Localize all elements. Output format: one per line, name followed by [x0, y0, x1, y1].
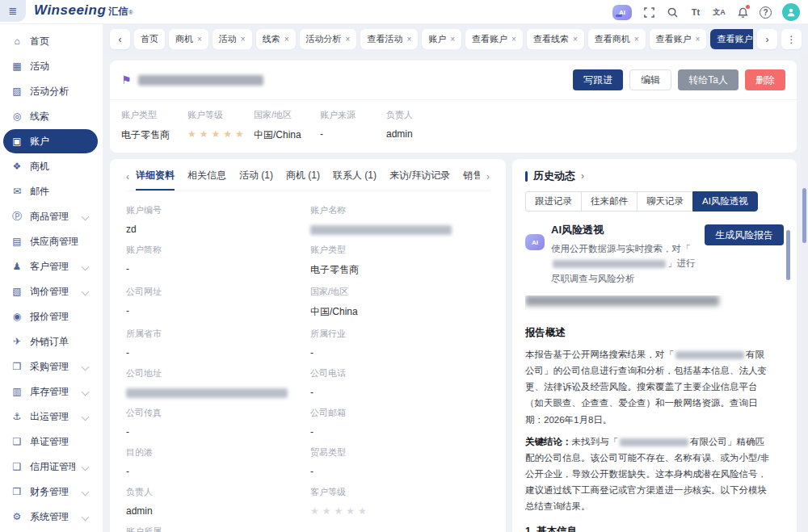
tab-close-icon[interactable]: ×	[634, 35, 639, 44]
tab-close-icon[interactable]: ×	[573, 35, 578, 44]
sidebar-item-opportunities[interactable]: ❖商机	[0, 154, 98, 178]
opportunity-icon: ❖	[11, 161, 23, 172]
user-avatar[interactable]	[782, 3, 800, 21]
tab-item[interactable]: 活动×	[213, 29, 252, 49]
history-tab[interactable]: 往来邮件	[581, 191, 637, 212]
tab-close-icon[interactable]: ×	[346, 35, 351, 44]
tab-item[interactable]: 查看账户×	[650, 29, 707, 49]
sidebar-collapse-button[interactable]: ≣	[0, 0, 26, 22]
sidebar-item-inquiry-mgmt[interactable]: ▧询价管理	[0, 279, 98, 304]
tab-close-icon[interactable]: ×	[406, 35, 411, 44]
detail-field-value	[126, 387, 310, 398]
page-scrollbar[interactable]	[801, 54, 808, 532]
generate-risk-report-button[interactable]: 生成风险报告	[705, 224, 784, 245]
detail-tab[interactable]: 来访/拜访记录	[389, 169, 450, 191]
account-name-redacted	[138, 75, 263, 86]
sidebar-item-leads[interactable]: ◎线索	[0, 104, 98, 128]
history-expand-arrow[interactable]: ›	[581, 170, 584, 182]
sidebar-item-mail[interactable]: ✉邮件	[0, 179, 98, 203]
page-scrollbar-thumb[interactable]	[802, 188, 806, 243]
tab-list: 首页商机×活动×线索×活动分析×查看活动×账户×查看账户×查看线索×查看商机×查…	[134, 29, 753, 49]
tab-item[interactable]: 查看线索×	[527, 29, 584, 49]
tab-close-icon[interactable]: ×	[241, 35, 246, 44]
detail-field-label: 账户名称	[310, 204, 490, 216]
detail-field-label: 贸易类型	[310, 446, 490, 459]
tab-item[interactable]: 查看活动×	[360, 29, 418, 49]
tab-item[interactable]: 查看账户×	[465, 29, 523, 49]
transfer-button[interactable]: 转给Ta人	[678, 69, 739, 90]
tab-item[interactable]: 查看商机×	[588, 29, 646, 49]
search-icon[interactable]	[666, 6, 679, 19]
detail-field	[310, 526, 490, 532]
sidebar-item-label: 单证管理	[30, 435, 98, 449]
sidebar-item-inventory-mgmt[interactable]: ▥库存管理	[0, 379, 98, 404]
history-tab[interactable]: 跟进记录	[525, 191, 581, 212]
ai-section-title: AI风险透视	[551, 223, 698, 237]
tab-item[interactable]: 首页	[134, 29, 165, 49]
ai-assistant-icon[interactable]: AI	[612, 5, 632, 20]
detail-tab[interactable]: 销售订单	[463, 169, 480, 191]
detail-field-label: 负责人	[126, 486, 310, 498]
tabs-scroll-right-button[interactable]: ›	[757, 29, 777, 49]
tab-close-icon[interactable]: ×	[284, 35, 289, 44]
notification-bell-icon[interactable]	[736, 6, 749, 19]
sidebar-item-customer-mgmt[interactable]: ♟客户管理	[0, 254, 98, 279]
info-field-value: admin	[386, 128, 452, 140]
sidebar-item-purchase-mgmt[interactable]: ❐采购管理	[0, 354, 98, 379]
detail-tab[interactable]: 活动 (1)	[239, 169, 273, 191]
tab-close-icon[interactable]: ×	[511, 35, 516, 44]
tab-label: 查看账户	[472, 33, 507, 45]
tab-item[interactable]: 查看账户×	[710, 29, 753, 49]
tab-label: 查看线索	[533, 33, 569, 45]
sidebar-item-accounts[interactable]: ▣账户	[3, 129, 98, 153]
sidebar-item-activity[interactable]: ▦活动	[0, 54, 98, 78]
detail-tab[interactable]: 详细资料	[136, 169, 175, 191]
text-segment: 关键结论：	[525, 437, 572, 446]
tab-label: 查看商机	[595, 33, 630, 45]
detail-field: 公司电话-	[310, 367, 490, 398]
detail-tab[interactable]: 联系人 (1)	[333, 169, 377, 191]
history-tab[interactable]: 聊天记录	[637, 191, 692, 212]
help-icon[interactable]: ?	[760, 6, 772, 19]
tab-close-icon[interactable]: ×	[197, 35, 202, 44]
detail-tab[interactable]: 商机 (1)	[286, 169, 320, 191]
translate-icon[interactable]: 文A	[713, 6, 726, 19]
sidebar-item-home[interactable]: ⌂首页	[0, 29, 98, 53]
sidebar-item-lc-mgmt[interactable]: ❑信用证管理	[0, 455, 98, 479]
history-tab[interactable]: AI风险透视	[692, 191, 758, 212]
sidebar-item-system-mgmt[interactable]: ⚙系统管理	[0, 505, 98, 529]
sidebar-item-export-orders[interactable]: ✈外销订单	[0, 329, 98, 354]
sidebar-item-label: 活动	[30, 60, 98, 73]
tab-item[interactable]: 账户×	[422, 29, 461, 49]
tab-item[interactable]: 商机×	[169, 29, 208, 49]
sidebar-item-shipping-mgmt[interactable]: ⚓出运管理	[0, 404, 98, 429]
tab-close-icon[interactable]: ×	[696, 35, 701, 44]
tab-label: 查看账户	[656, 33, 692, 45]
detail-tabs-prev-arrow[interactable]: ‹	[126, 171, 129, 189]
sidebar-item-quote-mgmt[interactable]: ◉报价管理	[0, 304, 98, 329]
detail-tabs-next-arrow[interactable]: ›	[486, 171, 490, 189]
edit-button[interactable]: 编辑	[629, 69, 671, 90]
sidebar-item-activity-analysis[interactable]: ▨活动分析	[0, 79, 98, 103]
tab-item[interactable]: 活动分析×	[300, 29, 357, 49]
redacted-text	[310, 225, 452, 235]
tab-close-icon[interactable]: ×	[450, 35, 455, 44]
sidebar-item-label: 供应商管理	[30, 235, 98, 249]
sidebar-item-supplier-mgmt[interactable]: ▤供应商管理	[0, 229, 98, 253]
sidebar-item-document-mgmt[interactable]: ❏单证管理	[0, 429, 98, 454]
history-scrollbar-thumb[interactable]	[786, 230, 790, 280]
fullscreen-icon[interactable]	[642, 6, 655, 19]
tab-item[interactable]: 线索×	[256, 29, 296, 49]
tabs-scroll-left-button[interactable]: ‹	[110, 29, 130, 49]
sidebar-item-finance-mgmt[interactable]: ❒财务管理	[0, 480, 98, 504]
write-followup-button[interactable]: 写跟进	[573, 69, 623, 90]
delete-button[interactable]: 删除	[745, 69, 785, 90]
redacted-text	[675, 351, 744, 359]
info-field-value: -	[320, 128, 386, 140]
logo-chinese-name: 汇信	[108, 5, 128, 19]
detail-tab[interactable]: 相关信息	[187, 169, 226, 191]
sidebar-item-product-mgmt[interactable]: Ⓟ商品管理	[0, 204, 98, 228]
font-size-icon[interactable]: Tt	[689, 6, 702, 19]
document-icon: ❏	[11, 436, 23, 447]
tabs-more-button[interactable]: ⋮	[781, 29, 802, 49]
